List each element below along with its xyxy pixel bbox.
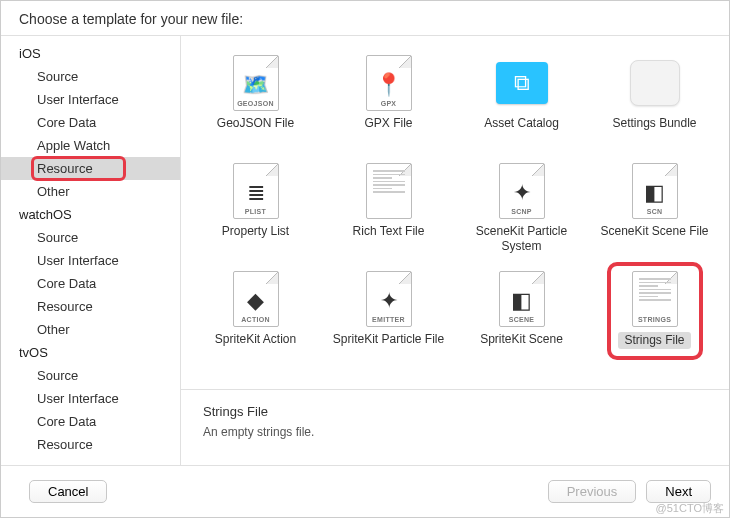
template-label: SpriteKit Particle File (333, 332, 444, 362)
category-other[interactable]: Other (1, 180, 180, 203)
file-icon: ◧SCENE (499, 271, 545, 327)
template-icon: ◧SCENE (490, 268, 554, 330)
file-icon: ✦SCNP (499, 163, 545, 219)
category-other[interactable]: Other (1, 318, 180, 341)
template-scenekit-scene-file[interactable]: ◧SCNSceneKit Scene File (595, 156, 715, 258)
template-label: Property List (222, 224, 289, 254)
template-icon: ✦SCNP (490, 160, 554, 222)
template-icon (357, 160, 421, 222)
template-icon: 🗺️GEOJSON (224, 52, 288, 114)
file-icon: STRINGS (632, 271, 678, 327)
file-icon: ≣PLIST (233, 163, 279, 219)
template-asset-catalog[interactable]: ⧉Asset Catalog (462, 48, 582, 150)
file-icon: 🗺️GEOJSON (233, 55, 279, 111)
template-label: SpriteKit Action (215, 332, 296, 362)
template-label: Asset Catalog (484, 116, 559, 146)
category-user-interface[interactable]: User Interface (1, 387, 180, 410)
template-row: ◆ACTIONSpriteKit Action✦EMITTERSpriteKit… (189, 264, 721, 366)
template-geojson-file[interactable]: 🗺️GEOJSONGeoJSON File (196, 48, 316, 150)
category-core-data[interactable]: Core Data (1, 410, 180, 433)
template-rich-text-file[interactable]: Rich Text File (329, 156, 449, 258)
template-label: Settings Bundle (612, 116, 696, 146)
template-label: SpriteKit Scene (480, 332, 563, 362)
template-row: 🗺️GEOJSONGeoJSON File📍GPXGPX File⧉Asset … (189, 48, 721, 150)
template-settings-bundle[interactable]: Settings Bundle (595, 48, 715, 150)
file-icon: 📍GPX (366, 55, 412, 111)
file-icon (366, 163, 412, 219)
category-resource[interactable]: Resource (1, 295, 180, 318)
description-panel: Strings File An empty strings file. (181, 389, 729, 465)
template-icon: 📍GPX (357, 52, 421, 114)
template-spritekit-particle-file[interactable]: ✦EMITTERSpriteKit Particle File (329, 264, 449, 366)
category-core-data[interactable]: Core Data (1, 111, 180, 134)
template-label: GPX File (364, 116, 412, 146)
template-icon (623, 52, 687, 114)
template-label: SceneKit Particle System (466, 224, 578, 254)
content-area: 🗺️GEOJSONGeoJSON File📍GPXGPX File⧉Asset … (181, 36, 729, 465)
template-spritekit-scene[interactable]: ◧SCENESpriteKit Scene (462, 264, 582, 366)
category-source[interactable]: Source (1, 226, 180, 249)
sidebar[interactable]: iOSSourceUser InterfaceCore DataApple Wa… (1, 36, 181, 465)
template-label: Strings File (618, 332, 690, 349)
previous-button: Previous (548, 480, 637, 503)
file-icon: ✦EMITTER (366, 271, 412, 327)
category-core-data[interactable]: Core Data (1, 272, 180, 295)
footer: Cancel Previous Next (1, 466, 729, 517)
template-label: GeoJSON File (217, 116, 294, 146)
asset-catalog-icon: ⧉ (496, 62, 548, 104)
template-icon: ≣PLIST (224, 160, 288, 222)
template-property-list[interactable]: ≣PLISTProperty List (196, 156, 316, 258)
template-icon: ◆ACTION (224, 268, 288, 330)
category-source[interactable]: Source (1, 364, 180, 387)
main-area: iOSSourceUser InterfaceCore DataApple Wa… (1, 35, 729, 466)
category-user-interface[interactable]: User Interface (1, 249, 180, 272)
description-text: An empty strings file. (203, 425, 707, 439)
dialog-header: Choose a template for your new file: (1, 1, 729, 35)
category-user-interface[interactable]: User Interface (1, 88, 180, 111)
template-grid: 🗺️GEOJSONGeoJSON File📍GPXGPX File⧉Asset … (181, 36, 729, 389)
cancel-button[interactable]: Cancel (29, 480, 107, 503)
template-icon: ⧉ (490, 52, 554, 114)
template-spritekit-action[interactable]: ◆ACTIONSpriteKit Action (196, 264, 316, 366)
category-resource[interactable]: Resource (1, 157, 180, 180)
bundle-icon (630, 60, 680, 106)
template-gpx-file[interactable]: 📍GPXGPX File (329, 48, 449, 150)
next-button[interactable]: Next (646, 480, 711, 503)
template-scenekit-particle-system[interactable]: ✦SCNPSceneKit Particle System (462, 156, 582, 258)
template-row: ≣PLISTProperty ListRich Text File✦SCNPSc… (189, 156, 721, 258)
platform-watchos: watchOS (1, 203, 180, 226)
platform-ios: iOS (1, 42, 180, 65)
category-source[interactable]: Source (1, 65, 180, 88)
category-resource[interactable]: Resource (1, 433, 180, 456)
platform-tvos: tvOS (1, 341, 180, 364)
template-icon: ◧SCN (623, 160, 687, 222)
description-title: Strings File (203, 404, 707, 419)
template-icon: STRINGS (623, 268, 687, 330)
dialog-title: Choose a template for your new file: (19, 11, 243, 27)
file-icon: ◆ACTION (233, 271, 279, 327)
watermark: @51CTO博客 (656, 501, 724, 516)
template-icon: ✦EMITTER (357, 268, 421, 330)
template-label: Rich Text File (353, 224, 425, 254)
file-icon: ◧SCN (632, 163, 678, 219)
template-strings-file[interactable]: STRINGSStrings File (595, 264, 715, 366)
category-apple-watch[interactable]: Apple Watch (1, 134, 180, 157)
template-label: SceneKit Scene File (600, 224, 708, 254)
